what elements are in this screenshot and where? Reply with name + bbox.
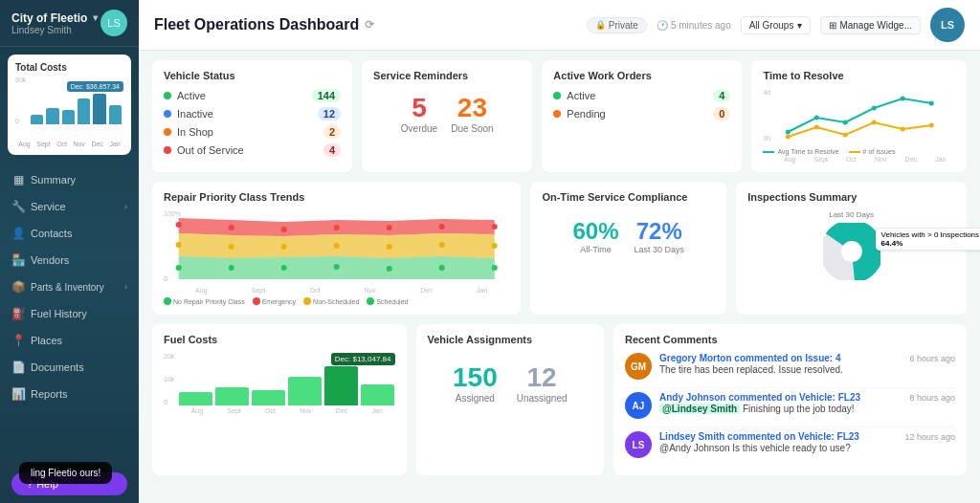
fuel-costs-card: Fuel Costs 20k 10k 0 D — [152, 324, 407, 475]
comment-1-author-link[interactable]: Gregory Morton commented on Issue: 4 — [659, 353, 840, 363]
svg-point-17 — [281, 227, 287, 232]
comment-1-text: The tire has been replaced. Issue resolv… — [659, 364, 955, 375]
recent-comments-card: Recent Comments GM Gregory Morton commen… — [613, 324, 967, 475]
svg-point-7 — [814, 125, 819, 130]
all-time-pct: 60% — [572, 218, 618, 245]
sidebar-item-service[interactable]: 🔧 Service › — [0, 193, 139, 220]
comment-3-avatar: LS — [625, 431, 652, 458]
svg-point-18 — [334, 225, 340, 230]
summary-icon: ▦ — [11, 173, 25, 186]
pie-chart: Vehicles with > 0 Inspections 64.4% — [823, 223, 880, 280]
fuel-bar-nov — [288, 377, 322, 405]
svg-point-6 — [786, 135, 791, 140]
ttr-legend-issues-dot — [849, 151, 860, 153]
overdue-label: Overdue — [401, 123, 437, 134]
bottom-toast: ling Fleetio ours! — [19, 462, 112, 484]
vehicle-status-card: Vehicle Status Active 144 Inactive 12 In… — [152, 60, 352, 172]
svg-point-0 — [786, 130, 791, 135]
inactive-dot — [164, 110, 171, 118]
vendors-icon: 🏪 — [11, 253, 25, 267]
sidebar-item-contacts[interactable]: 👤 Contacts — [0, 220, 139, 247]
trend-y-min: 0 — [164, 275, 181, 282]
comment-1-body: Gregory Morton commented on Issue: 4 6 h… — [659, 353, 955, 375]
user-name-label: Lindsey Smith — [11, 25, 98, 35]
nav-label-summary: Summary — [31, 174, 76, 186]
total-costs-title: Total Costs — [15, 62, 123, 73]
comment-2: AJ Andy Johnson commented on Vehicle: FL… — [625, 392, 955, 419]
sidebar-item-summary[interactable]: ▦ Summary — [0, 166, 139, 193]
overdue-number: 5 Overdue — [401, 93, 437, 134]
status-active: Active 144 — [164, 89, 341, 102]
inshop-dot — [164, 128, 171, 136]
org-name[interactable]: City of Fleetio ▾ — [11, 11, 98, 25]
documents-icon: 📄 — [11, 361, 25, 374]
sidebar-item-documents[interactable]: 📄 Documents — [0, 354, 139, 381]
sidebar-item-places[interactable]: 📍 Places — [0, 327, 139, 354]
comment-3: LS Lindsey Smith commented on Vehicle: F… — [625, 431, 955, 458]
work-orders-card: Active Work Orders Active 4 Pending 0 — [542, 60, 742, 172]
all-time-compliance: 60% All-Time — [572, 218, 618, 254]
compliance-title: On-Time Service Compliance — [542, 191, 715, 203]
svg-point-25 — [334, 243, 340, 249]
reports-icon: 📊 — [11, 387, 25, 401]
sidebar-item-parts[interactable]: 📦 Parts & Inventory › — [0, 273, 139, 300]
groups-selector[interactable]: All Groups ▾ — [741, 16, 812, 34]
nav-label-parts: Parts & Inventory — [31, 282, 104, 293]
edit-icon[interactable]: ⟳ — [365, 18, 374, 32]
page-title-text: Fleet Operations Dashboard — [154, 16, 359, 33]
fuel-costs-title: Fuel Costs — [164, 334, 395, 345]
nav-label-service: Service — [31, 201, 66, 212]
sidebar-item-reports[interactable]: 📊 Reports — [0, 381, 139, 407]
legend-non-scheduled: Non-Scheduled — [303, 297, 359, 305]
comment-2-header: Andy Johnson commented on Vehicle: FL23 … — [659, 392, 955, 403]
row-3: Fuel Costs 20k 10k 0 D — [152, 324, 967, 475]
svg-point-26 — [387, 244, 392, 250]
legend-scheduled: Scheduled — [367, 297, 408, 305]
fuel-bar-jan — [361, 384, 394, 405]
svg-point-28 — [492, 243, 498, 249]
svg-point-11 — [929, 123, 934, 128]
dashboard: Vehicle Status Active 144 Inactive 12 In… — [139, 51, 980, 503]
work-orders-title: Active Work Orders — [553, 70, 730, 81]
comment-2-body: Andy Johnson commented on Vehicle: FL23 … — [659, 392, 955, 414]
non-scheduled-dot — [303, 297, 311, 305]
sidebar-item-fuel[interactable]: ⛽ Fuel History — [0, 300, 139, 327]
svg-point-8 — [843, 133, 848, 138]
last-updated: 🕐 5 minutes ago — [657, 20, 731, 31]
due-soon-count: 23 — [451, 93, 493, 123]
svg-point-9 — [872, 120, 877, 125]
mention-badge: @Lindsey Smith — [659, 404, 740, 414]
bar-nov — [78, 98, 90, 125]
places-icon: 📍 — [11, 334, 25, 347]
comment-2-time: 8 hours ago — [909, 393, 955, 403]
service-icon: 🔧 — [11, 200, 25, 213]
private-badge: 🔒 Private — [587, 17, 647, 33]
manage-widgets-button[interactable]: ⊞ Manage Widge... — [820, 16, 921, 34]
y-max-label: 80k — [15, 77, 26, 83]
private-label: Private — [609, 20, 638, 31]
fuel-bar-sept — [215, 387, 249, 405]
fuel-bar-aug — [179, 392, 212, 405]
fuel-tooltip: Dec: $13,047.84 — [331, 353, 395, 365]
svg-point-34 — [439, 265, 445, 271]
nav-label-documents: Documents — [31, 361, 84, 373]
reminder-numbers: 5 Overdue 23 Due Soon — [373, 89, 521, 138]
service-reminders-title: Service Reminders — [373, 70, 521, 81]
svg-point-19 — [387, 225, 392, 230]
chart-yaxis: 80k 0 — [15, 77, 26, 124]
svg-point-33 — [387, 266, 392, 272]
assigned-count: 150 — [453, 362, 498, 393]
divider-1 — [625, 387, 955, 388]
topbar-user-avatar: LS — [930, 8, 965, 42]
row-2: Repair Priority Class Trends 100% 0 — [152, 182, 967, 315]
svg-point-1 — [814, 116, 819, 120]
overdue-count: 5 — [401, 93, 437, 123]
comment-2-text: @Lindsey Smith Finishing up the job toda… — [659, 404, 955, 414]
comment-2-author-link[interactable]: Andy Johnson commented on Vehicle: FL23 — [659, 392, 860, 403]
comment-3-author-link[interactable]: Lindsey Smith commented on Vehicle: FL23 — [659, 431, 859, 442]
compliance-numbers: 60% All-Time 72% Last 30 Days — [542, 210, 715, 262]
scheduled-dot — [367, 297, 374, 305]
vehicle-status-title: Vehicle Status — [164, 70, 341, 81]
sidebar-item-vendors[interactable]: 🏪 Vendors — [0, 247, 139, 273]
parts-arrow-icon: › — [124, 282, 127, 292]
